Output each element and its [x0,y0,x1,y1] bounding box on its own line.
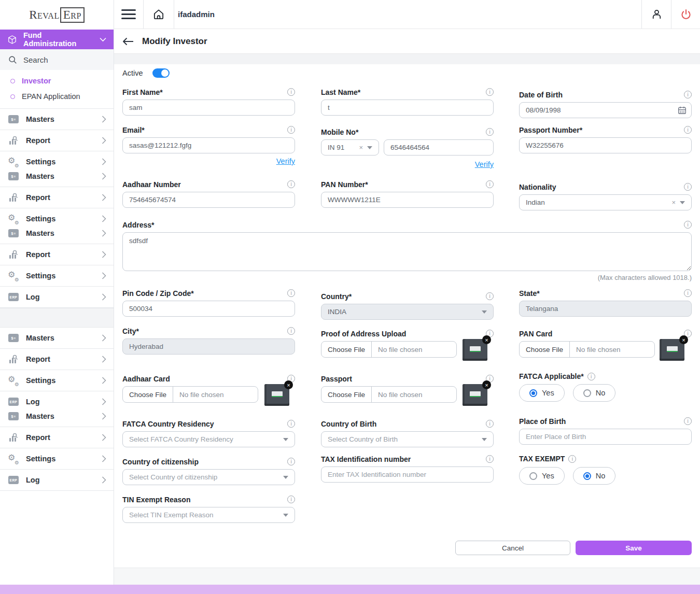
info-icon [684,183,692,191]
hamburger-icon [121,9,136,19]
passport-file-input[interactable]: Choose File No file chosen [321,386,457,403]
masters-icon: $≡ [8,334,19,342]
last-name-input[interactable] [321,100,494,116]
search-input[interactable] [23,55,96,64]
logo-reval-text: Reval [29,8,59,21]
mobile-number-input[interactable] [384,139,494,155]
sidebar-item-report[interactable]: Report [0,187,114,208]
fatca-residency-select[interactable]: Select FATCA Country Residency [122,431,295,447]
sidebar-item-label: Settings [26,376,94,385]
aadhaar-card-thumbnail[interactable]: × [264,384,289,406]
profile-button[interactable] [642,0,671,29]
sidebar-item-settings[interactable]: ⚙⚙Settings [0,448,114,469]
country-of-birth-select[interactable]: Select Country of Birth [321,431,494,447]
fatca-yes-option[interactable]: Yes [519,384,565,402]
pincode-input[interactable] [122,301,295,317]
cancel-button[interactable]: Cancel [455,541,570,555]
pan-card-file-input[interactable]: Choose File No file chosen [519,341,655,358]
sidebar-item-log-masters[interactable]: ERPLog$≡Masters [0,391,114,427]
country-of-birth-label: Country of Birth [321,420,376,428]
remove-file-icon[interactable]: × [482,380,491,389]
caret-down-icon [283,438,288,441]
sidebar-item-report[interactable]: Report [0,427,114,448]
calendar-icon[interactable] [678,106,687,115]
pan-number-input[interactable] [321,192,494,208]
tax-exempt-yes-option[interactable]: Yes [519,467,565,485]
passport-thumbnail[interactable]: × [463,384,487,406]
sidebar-item-log[interactable]: ERPLog [0,286,114,308]
chevron-right-icon [102,230,106,237]
passport-number-input[interactable] [519,137,692,153]
sidebar-item-settings-masters[interactable]: ⚙⚙Settings$≡Masters [0,208,114,244]
citizenship-select[interactable]: Select Country of citizenship [122,469,295,485]
chevron-right-icon [102,455,106,462]
info-icon [684,221,692,229]
dob-input[interactable] [519,102,692,118]
sidebar-item-label: Settings [26,272,94,280]
info-icon [486,88,494,96]
first-name-input[interactable] [122,100,295,116]
fatca-no-option[interactable]: No [573,384,616,402]
save-button[interactable]: Save [576,541,692,555]
email-input[interactable] [122,137,295,153]
settings-icon: ⚙⚙ [8,271,19,280]
nationality-label: Nationality [519,183,556,191]
sidebar-item-epan-application[interactable]: EPAN Application [0,89,114,104]
proof-of-address-thumbnail[interactable]: × [463,339,487,361]
brand-logo: RevalErp [0,0,114,30]
address-textarea[interactable]: sdfsdf [122,232,692,271]
sidebar-search[interactable] [0,49,114,70]
sidebar-item-label: Log [26,293,94,301]
logout-button[interactable] [671,0,700,29]
sidebar-item-settings-masters[interactable]: ⚙⚙Settings$≡Masters [0,151,114,187]
clear-icon[interactable]: × [671,199,676,206]
mobile-verify-link[interactable]: Verify [321,160,494,168]
sidebar-item-label: Report [26,193,94,202]
info-icon [287,180,295,188]
mobile-country-select[interactable]: IN 91 × [321,139,379,155]
module-selector[interactable]: Fund Administration [0,30,114,49]
pan-card-thumbnail[interactable]: × [660,339,684,361]
sidebar-item-settings[interactable]: ⚙⚙Settings [0,370,114,391]
tax-exempt-no-option[interactable]: No [573,467,616,485]
sidebar-item-investor[interactable]: Investor [0,73,114,89]
username: ifadadmin [178,0,215,29]
active-toggle-row: Active [122,68,170,78]
remove-file-icon[interactable]: × [679,335,688,344]
radio-icon [529,472,537,480]
remove-file-icon[interactable]: × [482,335,491,344]
aadhaar-card-file-input[interactable]: Choose File No file chosen [122,386,258,403]
place-of-birth-input[interactable] [519,429,692,445]
caret-down-icon [283,476,288,479]
remove-file-icon[interactable]: × [284,380,293,389]
chevron-right-icon [102,272,106,279]
sidebar-item-masters[interactable]: $≡Masters [0,108,114,130]
sidebar-item-log[interactable]: ERPLog [0,469,114,491]
back-arrow-icon[interactable] [122,37,134,46]
sidebar-item-report[interactable]: Report [0,244,114,265]
home-button[interactable] [144,0,174,29]
tin-input[interactable] [321,466,494,483]
sidebar-item-settings[interactable]: ⚙⚙Settings [0,265,114,286]
log-icon: ERP [8,293,19,301]
clear-icon[interactable]: × [359,144,363,151]
nationality-select[interactable]: Indian × [519,194,692,210]
proof-of-address-file-input[interactable]: Choose File No file chosen [321,341,457,358]
aadhaar-number-input[interactable] [122,192,295,208]
menu-button[interactable] [114,0,143,29]
tin-exempt-select[interactable]: Select TIN Exempt Reason [122,507,295,523]
titlebar: Modify Investor [114,29,700,53]
info-icon [486,292,494,300]
logo-erp-text: Erp [60,7,85,23]
active-toggle[interactable] [152,68,170,78]
sidebar-item-report[interactable]: Report [0,130,114,151]
city-input [122,338,295,355]
email-verify-link[interactable]: Verify [122,157,295,165]
sidebar-item-label: Log [26,476,94,484]
bullet-icon [10,79,15,83]
mobile-label: Mobile No* [321,128,358,136]
info-icon [486,420,494,428]
sidebar-item-masters[interactable]: $≡Masters [0,327,114,348]
sidebar-item-report[interactable]: Report [0,348,114,370]
country-label: Country* [321,292,352,301]
